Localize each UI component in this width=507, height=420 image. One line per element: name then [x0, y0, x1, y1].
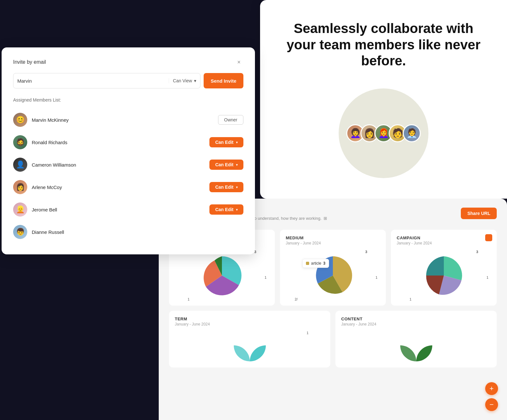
- invite-modal: Invite by email × Can View ▾ Send Invite…: [2, 47, 255, 254]
- avatar: 🧔: [13, 135, 27, 149]
- chart-title: CONTENT: [341, 317, 491, 321]
- member-info: 👱 Jerome Bell: [13, 202, 57, 217]
- orange-square-icon: [485, 234, 492, 241]
- can-edit-button[interactable]: Can Edit ▾: [209, 204, 243, 215]
- member-name: Marvin McKinney: [32, 117, 69, 123]
- permission-label: Can View: [173, 78, 192, 83]
- table-row: 👩 Arlene McCoy Can Edit ▾: [13, 176, 243, 198]
- pie-chart-medium: 3 article 3 1 2/: [286, 250, 380, 301]
- chart-card-medium: MEDIUM January - June 2024 3 article 3: [280, 230, 386, 306]
- chart-card-campaign: CAMPAIGN January - June 2024 3 1 1: [391, 230, 497, 306]
- chart-date: January - June 2024: [341, 322, 491, 326]
- chart-label-bottom: 1: [410, 297, 411, 301]
- avatar: 👱: [13, 202, 27, 217]
- permission-dropdown[interactable]: Can View ▾: [169, 78, 196, 83]
- avatar: 👤: [13, 158, 27, 172]
- chart-card-term: TERM January - June 2024 1: [169, 311, 330, 367]
- fab-plus-button[interactable]: +: [485, 382, 498, 395]
- assigned-members-label: Assigned Members List:: [13, 97, 243, 103]
- member-info: 👦 Dianne Russell: [13, 225, 64, 239]
- modal-title: Invite by email: [13, 59, 46, 65]
- fab-minus-button[interactable]: −: [485, 398, 498, 411]
- chart-label-bottom: 2/: [295, 297, 298, 301]
- close-button[interactable]: ×: [234, 58, 243, 67]
- email-input[interactable]: [17, 78, 169, 84]
- table-row: 👤 Cameron Williamson Can Edit ▾: [13, 154, 243, 176]
- collab-card: Seamlessly collaborate with your team me…: [260, 0, 507, 199]
- share-url-button[interactable]: Share URL: [461, 208, 497, 219]
- table-row: 😊 Marvin McKinney Owner: [13, 109, 243, 131]
- fab-container: + −: [485, 382, 498, 411]
- avatar-cluster: 👩‍🦱 👩 👩‍🦰 🧑 🧑‍💼: [339, 88, 428, 178]
- can-edit-button[interactable]: Can Edit ▾: [209, 160, 243, 170]
- avatar: 👦: [13, 225, 27, 239]
- chart-label-top: 3: [365, 250, 367, 254]
- owner-badge: Owner: [218, 115, 243, 125]
- member-info: 😊 Marvin McKinney: [13, 113, 69, 127]
- chevron-down-icon: ▾: [236, 141, 238, 144]
- member-name: Dianne Russell: [32, 229, 64, 235]
- external-link-icon: ⊞: [324, 216, 327, 221]
- chart-label-right: 1: [486, 276, 488, 279]
- pie-chart-term: 1: [175, 331, 325, 363]
- send-invite-button[interactable]: Send Invite: [204, 73, 243, 88]
- modal-header: Invite by email ×: [13, 58, 243, 67]
- avatar: 👩: [13, 180, 27, 194]
- chevron-down-icon: ▾: [236, 208, 238, 211]
- medium-tooltip: article 3: [302, 259, 329, 268]
- chart-date: January - June 2024: [286, 241, 380, 245]
- avatar: 😊: [13, 113, 27, 127]
- member-name: Jerome Bell: [32, 207, 57, 212]
- chevron-down-icon: ▾: [194, 78, 196, 83]
- chart-title: CAMPAIGN: [397, 235, 491, 240]
- chart-title: MEDIUM: [286, 235, 380, 240]
- member-name: Arlene McCoy: [32, 185, 62, 190]
- collab-title: Seamlessly collaborate with your team me…: [286, 21, 481, 69]
- member-name: Ronald Richards: [32, 140, 67, 145]
- bottom-charts-row: TERM January - June 2024 1 CONTENT Janua…: [169, 311, 497, 367]
- member-info: 👤 Cameron Williamson: [13, 158, 76, 172]
- can-edit-button[interactable]: Can Edit ▾: [209, 137, 243, 147]
- chart-card-content: CONTENT January - June 2024: [335, 311, 497, 367]
- avatar: 🧑‍💼: [403, 124, 421, 142]
- table-row: 👦 Dianne Russell: [13, 221, 243, 243]
- pie-chart-source: 3 1 1: [175, 250, 269, 301]
- chart-label-top: 1: [307, 331, 308, 335]
- tooltip-value: 3: [323, 261, 325, 266]
- chevron-down-icon: ▾: [236, 163, 238, 167]
- member-name: Cameron Williamson: [32, 162, 76, 168]
- cluster-avatars: 👩‍🦱 👩 👩‍🦰 🧑 🧑‍💼: [346, 124, 421, 142]
- chart-date: January - June 2024: [397, 241, 491, 245]
- chevron-down-icon: ▾: [236, 185, 238, 189]
- member-info: 🧔 Ronald Richards: [13, 135, 67, 149]
- can-edit-button[interactable]: Can Edit ▾: [209, 182, 243, 192]
- member-list: 😊 Marvin McKinney Owner 🧔 Ronald Richard…: [13, 109, 243, 243]
- pie-chart-content: [341, 331, 491, 363]
- invite-input-wrap: Can View ▾: [13, 73, 200, 88]
- chart-label-right: 1: [376, 276, 377, 279]
- member-info: 👩 Arlene McCoy: [13, 180, 62, 194]
- tooltip-label: article: [311, 261, 321, 266]
- invite-row: Can View ▾ Send Invite: [13, 73, 243, 88]
- table-row: 👱 Jerome Bell Can Edit ▾: [13, 199, 243, 220]
- chart-label-top: 3: [476, 250, 478, 254]
- chart-date: January - June 2024: [175, 322, 325, 326]
- tooltip-dot: [306, 262, 309, 265]
- pie-chart-campaign: 3 1 1: [397, 250, 491, 301]
- chart-title: TERM: [175, 317, 325, 321]
- table-row: 🧔 Ronald Richards Can Edit ▾: [13, 131, 243, 153]
- chart-label-right: 1: [265, 276, 266, 279]
- chart-label-bottom: 1: [188, 297, 190, 301]
